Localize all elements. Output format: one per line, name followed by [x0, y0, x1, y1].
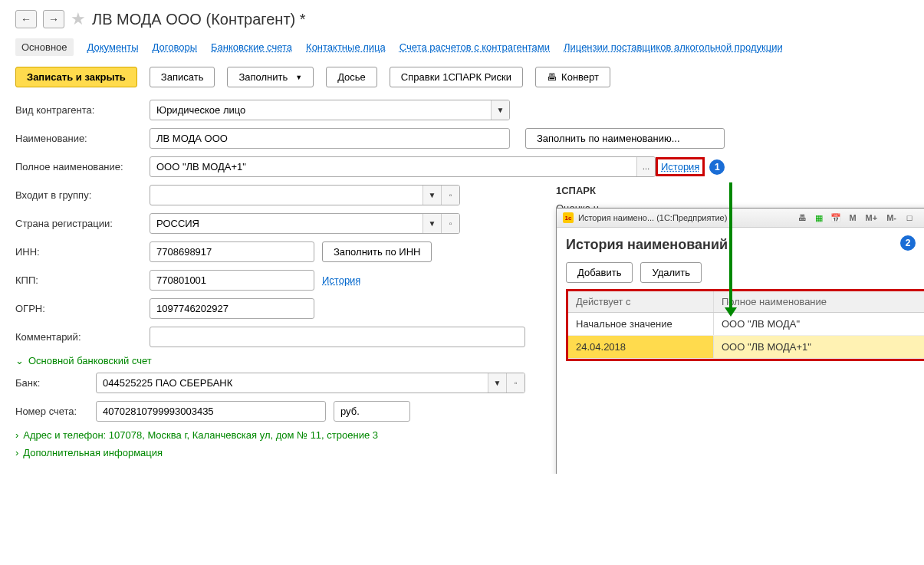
app-1c-icon: 1c	[563, 212, 574, 223]
bank-open-button[interactable]: ▫	[506, 373, 524, 393]
address-section-header[interactable]: ›Адрес и телефон: 107078, Москва г, Кала…	[15, 429, 525, 441]
m-button[interactable]: M	[847, 213, 858, 222]
page-title: ЛВ МОДА ООО (Контрагент) *	[92, 11, 306, 28]
inn-label: ИНН:	[15, 246, 150, 258]
spark-button[interactable]: Справки 1СПАРК Риски	[390, 67, 523, 87]
inn-input[interactable]	[150, 242, 314, 261]
envelope-button[interactable]: Конверт	[535, 67, 610, 87]
table-row[interactable]: 24.04.2018 ООО "ЛВ МОДА+1"	[568, 336, 924, 359]
col-header-date[interactable]: Действует с	[568, 291, 714, 312]
comment-label: Комментарий:	[15, 331, 150, 343]
add-button[interactable]: Добавить	[566, 262, 633, 283]
callout-2: 2	[900, 235, 916, 251]
chevron-right-icon: ›	[15, 447, 18, 458]
table-row[interactable]: Начальное значение ООО "ЛВ МОДА"	[568, 313, 924, 336]
cell-date: Начальное значение	[568, 313, 714, 335]
bank-input[interactable]	[97, 373, 488, 393]
col-header-name[interactable]: Полное наименование	[714, 291, 924, 312]
annotation-arrow	[729, 182, 732, 309]
delete-button[interactable]: Удалить	[640, 262, 702, 283]
nav-back-button[interactable]: ←	[15, 10, 37, 28]
tab-licenses[interactable]: Лицензии поставщиков алкогольной продукц…	[564, 41, 783, 53]
cell-name: ООО "ЛВ МОДА"	[714, 313, 924, 335]
m-plus-button[interactable]: M+	[863, 213, 880, 222]
print-icon[interactable]: 🖶	[796, 212, 808, 224]
group-label: Входит в группу:	[15, 189, 150, 201]
tab-contacts[interactable]: Контактные лица	[306, 41, 386, 53]
tab-documents[interactable]: Документы	[87, 41, 139, 53]
address-section-label: Адрес и телефон: 107078, Москва г, Калан…	[23, 429, 378, 441]
tab-bar: Основное Документы Договоры Банковские с…	[15, 38, 909, 56]
full-name-label: Полное наименование:	[15, 161, 150, 172]
group-input[interactable]	[150, 186, 423, 205]
kpp-history-link[interactable]: История	[322, 274, 360, 286]
save-button[interactable]: Записать	[150, 67, 215, 87]
chevron-down-icon: ⌄	[15, 355, 24, 366]
tab-contracts[interactable]: Договоры	[153, 41, 197, 53]
tab-main[interactable]: Основное	[15, 38, 74, 56]
nav-forward-button[interactable]: →	[43, 10, 64, 28]
account-input[interactable]	[97, 402, 325, 421]
grid-icon[interactable]: ▦	[813, 212, 825, 224]
account-label: Номер счета:	[15, 406, 96, 417]
save-close-button[interactable]: Записать и закрыть	[15, 67, 137, 87]
calendar-icon[interactable]: 📅	[830, 212, 842, 224]
ogrn-input[interactable]	[150, 299, 314, 318]
tab-bank-accounts[interactable]: Банковские счета	[211, 41, 292, 53]
comment-input[interactable]	[150, 327, 524, 347]
extra-section-header[interactable]: ›Дополнительная информация	[15, 447, 525, 458]
popup-heading: История наименований	[566, 237, 924, 253]
country-dropdown-button[interactable]: ▼	[423, 214, 441, 233]
currency-input[interactable]	[334, 402, 410, 421]
print-icon	[547, 71, 557, 83]
extra-section-label: Дополнительная информация	[23, 447, 163, 458]
type-input[interactable]	[150, 100, 491, 120]
ogrn-label: ОГРН:	[15, 303, 150, 314]
dossier-button[interactable]: Досье	[326, 67, 377, 87]
history-table: Действует с Полное наименование Начально…	[566, 289, 924, 361]
m-minus-button[interactable]: M-	[884, 213, 899, 222]
cell-name: ООО "ЛВ МОДА+1"	[714, 336, 924, 358]
favorite-star-icon[interactable]: ★	[71, 9, 86, 29]
bank-label: Банк:	[15, 377, 96, 389]
callout-1: 1	[709, 159, 725, 175]
tab-settlements[interactable]: Счета расчетов с контрагентами	[400, 41, 550, 53]
close-icon[interactable]: ✕	[920, 212, 924, 224]
fill-button[interactable]: Заполнить▼	[227, 67, 314, 87]
spark-title: 1СПАРК	[556, 185, 599, 196]
group-dropdown-button[interactable]: ▼	[423, 186, 441, 205]
group-open-button[interactable]: ▫	[441, 186, 459, 205]
name-label: Наименование:	[15, 133, 150, 144]
full-name-history-link[interactable]: История	[661, 161, 699, 172]
country-label: Страна регистрации:	[15, 218, 150, 229]
kpp-input[interactable]	[150, 271, 314, 290]
chevron-right-icon: ›	[15, 429, 18, 441]
full-name-input[interactable]	[150, 157, 636, 176]
bank-section-label: Основной банковский счет	[28, 355, 152, 366]
fill-button-label: Заполнить	[238, 71, 288, 83]
type-label: Вид контрагента:	[15, 104, 150, 116]
kpp-label: КПП:	[15, 274, 150, 286]
popup-title: История наимено... (1С:Предприятие)	[578, 213, 727, 222]
type-dropdown-button[interactable]: ▼	[491, 100, 509, 120]
fill-by-name-button[interactable]: Заполнить по наименованию...	[525, 128, 725, 149]
fill-by-inn-button[interactable]: Заполнить по ИНН	[322, 241, 432, 262]
country-open-button[interactable]: ▫	[441, 214, 459, 233]
chevron-down-icon: ▼	[295, 74, 302, 81]
bank-section-header[interactable]: ⌄Основной банковский счет	[15, 355, 525, 366]
bank-dropdown-button[interactable]: ▼	[488, 373, 506, 393]
full-name-ellipsis-button[interactable]: …	[636, 157, 655, 176]
name-input[interactable]	[150, 129, 509, 148]
envelope-label: Конверт	[561, 71, 599, 83]
window-restore-icon[interactable]: □	[903, 212, 916, 224]
country-input[interactable]	[150, 214, 423, 233]
history-popup: 1c История наимено... (1С:Предприятие) 🖶…	[556, 208, 924, 474]
cell-date: 24.04.2018	[568, 336, 714, 358]
